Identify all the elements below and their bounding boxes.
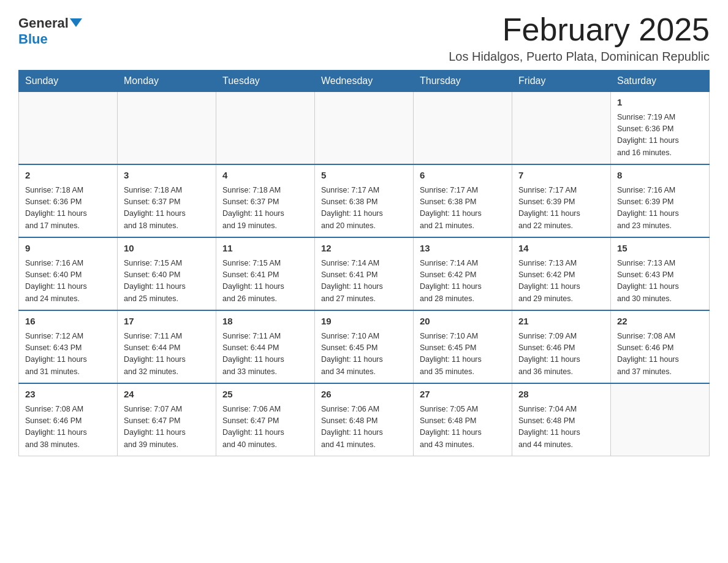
- day-info: Sunrise: 7:14 AMSunset: 6:42 PMDaylight:…: [420, 258, 506, 305]
- calendar-day-cell: 24Sunrise: 7:07 AMSunset: 6:47 PMDayligh…: [118, 383, 216, 456]
- day-number: 22: [617, 315, 703, 329]
- calendar-day-cell: 17Sunrise: 7:11 AMSunset: 6:44 PMDayligh…: [118, 310, 216, 383]
- calendar-day-cell: 15Sunrise: 7:13 AMSunset: 6:43 PMDayligh…: [611, 237, 710, 310]
- day-info: Sunrise: 7:12 AMSunset: 6:43 PMDaylight:…: [25, 331, 111, 378]
- calendar-header-thursday: Thursday: [414, 71, 512, 92]
- location-title: Los Hidalgos, Puerto Plata, Dominican Re…: [449, 50, 710, 64]
- calendar-day-cell: 26Sunrise: 7:06 AMSunset: 6:48 PMDayligh…: [315, 383, 414, 456]
- day-number: 13: [420, 242, 506, 256]
- day-info: Sunrise: 7:06 AMSunset: 6:47 PMDaylight:…: [222, 404, 308, 451]
- day-number: 18: [222, 315, 308, 329]
- day-info: Sunrise: 7:15 AMSunset: 6:40 PMDaylight:…: [124, 258, 210, 305]
- day-number: 5: [321, 169, 407, 183]
- day-number: 10: [124, 242, 210, 256]
- day-number: 17: [124, 315, 210, 329]
- day-number: 19: [321, 315, 407, 329]
- calendar-header-row: SundayMondayTuesdayWednesdayThursdayFrid…: [19, 71, 710, 92]
- calendar-day-cell: [216, 92, 315, 165]
- logo-arrow-icon: [70, 18, 82, 27]
- calendar-week-row: 1Sunrise: 7:19 AMSunset: 6:36 PMDaylight…: [19, 92, 710, 165]
- logo-general-text: General: [18, 15, 69, 31]
- logo-blue-text: Blue: [18, 31, 48, 47]
- day-number: 25: [222, 388, 308, 402]
- calendar-day-cell: 27Sunrise: 7:05 AMSunset: 6:48 PMDayligh…: [414, 383, 512, 456]
- day-info: Sunrise: 7:19 AMSunset: 6:36 PMDaylight:…: [617, 112, 703, 159]
- calendar-day-cell: [611, 383, 710, 456]
- day-number: 16: [25, 315, 111, 329]
- day-number: 15: [617, 242, 703, 256]
- calendar-day-cell: 14Sunrise: 7:13 AMSunset: 6:42 PMDayligh…: [512, 237, 611, 310]
- day-info: Sunrise: 7:08 AMSunset: 6:46 PMDaylight:…: [25, 404, 111, 451]
- calendar-day-cell: 22Sunrise: 7:08 AMSunset: 6:46 PMDayligh…: [611, 310, 710, 383]
- day-info: Sunrise: 7:11 AMSunset: 6:44 PMDaylight:…: [222, 331, 308, 378]
- day-number: 12: [321, 242, 407, 256]
- calendar-day-cell: 13Sunrise: 7:14 AMSunset: 6:42 PMDayligh…: [414, 237, 512, 310]
- calendar-header-monday: Monday: [118, 71, 216, 92]
- day-number: 27: [420, 388, 506, 402]
- month-title: February 2025: [449, 12, 710, 47]
- calendar-day-cell: [414, 92, 512, 165]
- day-info: Sunrise: 7:08 AMSunset: 6:46 PMDaylight:…: [617, 331, 703, 378]
- calendar-day-cell: [118, 92, 216, 165]
- calendar-day-cell: 1Sunrise: 7:19 AMSunset: 6:36 PMDaylight…: [611, 92, 710, 165]
- day-number: 14: [518, 242, 604, 256]
- day-number: 3: [124, 169, 210, 183]
- calendar-week-row: 23Sunrise: 7:08 AMSunset: 6:46 PMDayligh…: [19, 383, 710, 456]
- calendar-day-cell: 6Sunrise: 7:17 AMSunset: 6:38 PMDaylight…: [414, 164, 512, 237]
- calendar-week-row: 9Sunrise: 7:16 AMSunset: 6:40 PMDaylight…: [19, 237, 710, 310]
- day-number: 4: [222, 169, 308, 183]
- calendar-day-cell: 4Sunrise: 7:18 AMSunset: 6:37 PMDaylight…: [216, 164, 315, 237]
- calendar-header-tuesday: Tuesday: [216, 71, 315, 92]
- day-info: Sunrise: 7:18 AMSunset: 6:36 PMDaylight:…: [25, 185, 111, 232]
- day-info: Sunrise: 7:09 AMSunset: 6:46 PMDaylight:…: [518, 331, 604, 378]
- day-number: 1: [617, 96, 703, 110]
- calendar-day-cell: 12Sunrise: 7:14 AMSunset: 6:41 PMDayligh…: [315, 237, 414, 310]
- day-info: Sunrise: 7:07 AMSunset: 6:47 PMDaylight:…: [124, 404, 210, 451]
- day-number: 23: [25, 388, 111, 402]
- calendar-week-row: 16Sunrise: 7:12 AMSunset: 6:43 PMDayligh…: [19, 310, 710, 383]
- day-info: Sunrise: 7:06 AMSunset: 6:48 PMDaylight:…: [321, 404, 407, 451]
- calendar-header-saturday: Saturday: [611, 71, 710, 92]
- day-number: 11: [222, 242, 308, 256]
- calendar-day-cell: [19, 92, 118, 165]
- title-block: February 2025 Los Hidalgos, Puerto Plata…: [449, 12, 710, 64]
- day-info: Sunrise: 7:10 AMSunset: 6:45 PMDaylight:…: [420, 331, 506, 378]
- day-number: 2: [25, 169, 111, 183]
- calendar-day-cell: 28Sunrise: 7:04 AMSunset: 6:48 PMDayligh…: [512, 383, 611, 456]
- page-header: General Blue February 2025 Los Hidalgos,…: [18, 12, 710, 64]
- calendar-week-row: 2Sunrise: 7:18 AMSunset: 6:36 PMDaylight…: [19, 164, 710, 237]
- calendar-day-cell: [315, 92, 414, 165]
- calendar-day-cell: 16Sunrise: 7:12 AMSunset: 6:43 PMDayligh…: [19, 310, 118, 383]
- calendar-day-cell: 2Sunrise: 7:18 AMSunset: 6:36 PMDaylight…: [19, 164, 118, 237]
- calendar-day-cell: [512, 92, 611, 165]
- day-info: Sunrise: 7:11 AMSunset: 6:44 PMDaylight:…: [124, 331, 210, 378]
- calendar-day-cell: 20Sunrise: 7:10 AMSunset: 6:45 PMDayligh…: [414, 310, 512, 383]
- day-info: Sunrise: 7:17 AMSunset: 6:38 PMDaylight:…: [420, 185, 506, 232]
- day-info: Sunrise: 7:18 AMSunset: 6:37 PMDaylight:…: [124, 185, 210, 232]
- calendar-header-friday: Friday: [512, 71, 611, 92]
- day-info: Sunrise: 7:16 AMSunset: 6:40 PMDaylight:…: [25, 258, 111, 305]
- calendar-table: SundayMondayTuesdayWednesdayThursdayFrid…: [18, 70, 710, 456]
- day-number: 9: [25, 242, 111, 256]
- calendar-day-cell: 25Sunrise: 7:06 AMSunset: 6:47 PMDayligh…: [216, 383, 315, 456]
- day-info: Sunrise: 7:13 AMSunset: 6:43 PMDaylight:…: [617, 258, 703, 305]
- day-info: Sunrise: 7:05 AMSunset: 6:48 PMDaylight:…: [420, 404, 506, 451]
- day-number: 21: [518, 315, 604, 329]
- day-info: Sunrise: 7:13 AMSunset: 6:42 PMDaylight:…: [518, 258, 604, 305]
- day-number: 28: [518, 388, 604, 402]
- calendar-day-cell: 5Sunrise: 7:17 AMSunset: 6:38 PMDaylight…: [315, 164, 414, 237]
- day-number: 24: [124, 388, 210, 402]
- calendar-day-cell: 9Sunrise: 7:16 AMSunset: 6:40 PMDaylight…: [19, 237, 118, 310]
- day-info: Sunrise: 7:16 AMSunset: 6:39 PMDaylight:…: [617, 185, 703, 232]
- calendar-header-sunday: Sunday: [19, 71, 118, 92]
- calendar-header-wednesday: Wednesday: [315, 71, 414, 92]
- day-number: 20: [420, 315, 506, 329]
- calendar-day-cell: 7Sunrise: 7:17 AMSunset: 6:39 PMDaylight…: [512, 164, 611, 237]
- calendar-day-cell: 8Sunrise: 7:16 AMSunset: 6:39 PMDaylight…: [611, 164, 710, 237]
- day-number: 8: [617, 169, 703, 183]
- calendar-day-cell: 3Sunrise: 7:18 AMSunset: 6:37 PMDaylight…: [118, 164, 216, 237]
- day-info: Sunrise: 7:17 AMSunset: 6:39 PMDaylight:…: [518, 185, 604, 232]
- calendar-day-cell: 18Sunrise: 7:11 AMSunset: 6:44 PMDayligh…: [216, 310, 315, 383]
- day-info: Sunrise: 7:10 AMSunset: 6:45 PMDaylight:…: [321, 331, 407, 378]
- logo: General Blue: [18, 12, 83, 47]
